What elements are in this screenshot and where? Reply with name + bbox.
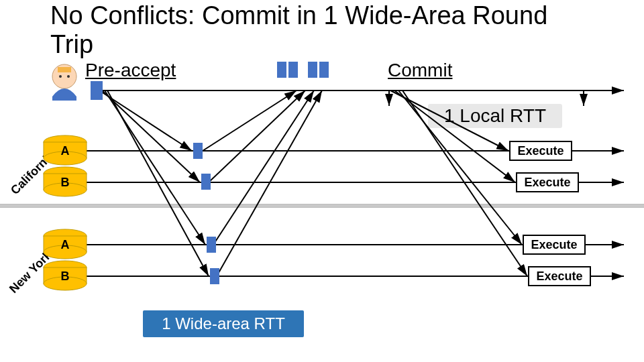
- svg-line-10: [209, 90, 305, 182]
- svg-line-16: [402, 90, 527, 276]
- diagram-svg: A B A B: [0, 0, 644, 362]
- execute-ny-b: Execute: [529, 267, 590, 286]
- label-wide-area-rtt: 1 Wide-area RTT: [143, 310, 304, 337]
- svg-rect-22: [201, 174, 211, 190]
- ack-ticks: [193, 62, 329, 284]
- execute-ca-a: Execute: [510, 141, 572, 160]
- svg-rect-23: [207, 237, 216, 253]
- commit-arrows: [390, 90, 527, 276]
- db-ny-b: B: [44, 261, 87, 290]
- db-label-ca-b: B: [61, 176, 70, 189]
- db-label-ca-a: A: [61, 144, 70, 158]
- svg-line-12: [217, 90, 322, 276]
- svg-text:Execute: Execute: [536, 269, 582, 283]
- db-ca-b: B: [44, 167, 87, 196]
- svg-line-6: [102, 90, 200, 182]
- svg-rect-24: [210, 268, 219, 284]
- db-ny-a: A: [44, 229, 87, 259]
- client-icon: [52, 64, 76, 101]
- tick-client-start: [91, 81, 103, 100]
- preaccept-arrows: [99, 90, 209, 276]
- ack-arrows: [203, 90, 322, 276]
- execute-boxes: Execute Execute Execute Execute: [510, 141, 590, 286]
- svg-rect-26: [288, 62, 298, 78]
- svg-text:Execute: Execute: [517, 144, 564, 158]
- svg-line-11: [213, 90, 314, 245]
- svg-line-15: [398, 90, 522, 245]
- svg-point-19: [59, 75, 62, 78]
- db-label-ny-a: A: [61, 238, 70, 251]
- execute-ny-a: Execute: [523, 235, 585, 254]
- svg-text:Execute: Execute: [531, 238, 577, 251]
- db-label-ny-b: B: [61, 269, 70, 283]
- db-cylinders: A B A B: [44, 135, 87, 290]
- svg-text:Execute: Execute: [524, 176, 570, 189]
- diagram-stage: No Conflicts: Commit in 1 Wide-Area Roun…: [0, 0, 644, 362]
- svg-rect-25: [277, 62, 286, 78]
- svg-line-8: [107, 90, 209, 276]
- svg-rect-21: [193, 143, 203, 159]
- svg-rect-18: [58, 67, 71, 72]
- execute-ca-b: Execute: [517, 173, 578, 192]
- svg-line-9: [203, 90, 297, 151]
- svg-rect-28: [319, 62, 329, 78]
- svg-rect-27: [308, 62, 317, 78]
- local-rtt-bracket: [389, 90, 584, 106]
- svg-point-20: [67, 75, 70, 78]
- db-ca-a: A: [44, 135, 87, 165]
- svg-line-5: [99, 90, 192, 151]
